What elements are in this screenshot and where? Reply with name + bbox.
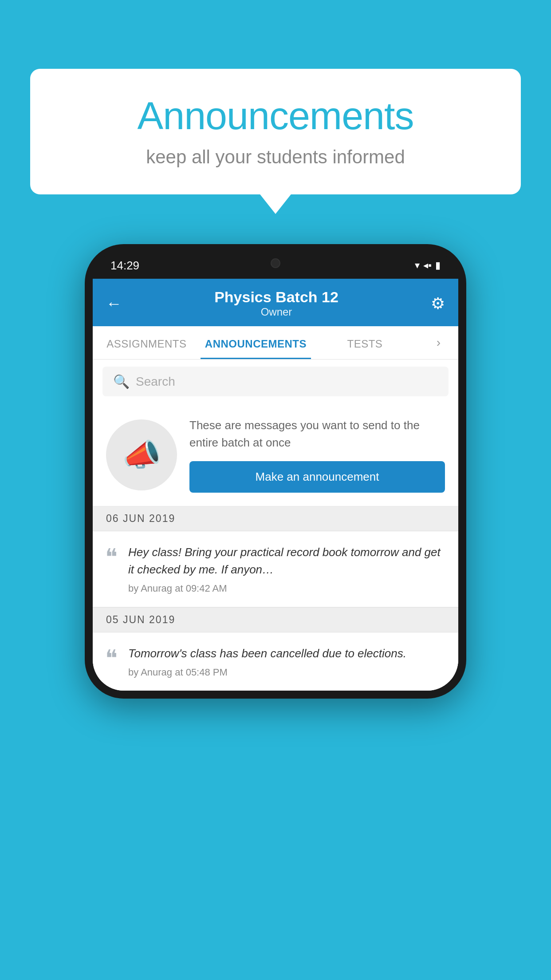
- tabs-bar: ASSIGNMENTS ANNOUNCEMENTS TESTS ›: [93, 326, 458, 360]
- signal-icon: ◂▪: [423, 260, 432, 271]
- header-title: Physics Batch 12: [214, 288, 338, 306]
- announcement-meta-2: by Anurag at 05:48 PM: [128, 667, 446, 678]
- tab-more[interactable]: ›: [419, 326, 458, 359]
- tab-assignments[interactable]: ASSIGNMENTS: [93, 326, 201, 359]
- battery-icon: ▮: [435, 260, 441, 271]
- camera: [271, 258, 280, 268]
- phone-outer: 14:29 ▾ ◂▪ ▮ ← Physics Batch 12 Owner ⚙: [85, 244, 466, 699]
- date-header-1: 06 JUN 2019: [93, 506, 458, 531]
- announcements-subtitle: keep all your students informed: [57, 146, 494, 168]
- phone-screen: ← Physics Batch 12 Owner ⚙ ASSIGNMENTS A…: [93, 279, 458, 691]
- search-bar[interactable]: 🔍 Search: [102, 367, 449, 396]
- announcement-item-2: ❝ Tomorrow's class has been cancelled du…: [93, 632, 458, 691]
- megaphone-circle: 📣: [106, 419, 177, 490]
- announcement-message-1: Hey class! Bring your practical record b…: [128, 544, 446, 578]
- make-announcement-button[interactable]: Make an announcement: [189, 461, 445, 493]
- promo-description: These are messages you want to send to t…: [189, 417, 445, 451]
- search-container: 🔍 Search: [93, 360, 458, 403]
- back-button[interactable]: ←: [106, 294, 122, 313]
- tab-announcements[interactable]: ANNOUNCEMENTS: [201, 326, 311, 359]
- settings-button[interactable]: ⚙: [431, 294, 445, 313]
- tab-tests[interactable]: TESTS: [311, 326, 419, 359]
- quote-icon-1: ❝: [105, 545, 118, 569]
- announcement-promo: 📣 These are messages you want to send to…: [93, 403, 458, 506]
- header-subtitle: Owner: [214, 306, 338, 318]
- announcements-title: Announcements: [57, 93, 494, 138]
- search-icon: 🔍: [113, 374, 130, 389]
- announcement-content-1: Hey class! Bring your practical record b…: [128, 544, 446, 594]
- speech-bubble: Announcements keep all your students inf…: [30, 69, 521, 194]
- promo-right: These are messages you want to send to t…: [189, 417, 445, 493]
- phone-mockup: 14:29 ▾ ◂▪ ▮ ← Physics Batch 12 Owner ⚙: [85, 244, 466, 699]
- search-input[interactable]: Search: [136, 375, 175, 389]
- phone-notch: [231, 252, 320, 274]
- announcement-content-2: Tomorrow's class has been cancelled due …: [128, 645, 446, 678]
- wifi-icon: ▾: [415, 260, 420, 271]
- quote-icon-2: ❝: [105, 647, 118, 670]
- megaphone-icon: 📣: [122, 437, 161, 473]
- announcement-item-1: ❝ Hey class! Bring your practical record…: [93, 531, 458, 607]
- app-header: ← Physics Batch 12 Owner ⚙: [93, 279, 458, 326]
- announcement-message-2: Tomorrow's class has been cancelled due …: [128, 645, 446, 662]
- speech-bubble-section: Announcements keep all your students inf…: [30, 69, 521, 194]
- announcement-meta-1: by Anurag at 09:42 AM: [128, 583, 446, 594]
- status-time: 14:29: [110, 259, 139, 273]
- date-header-2: 05 JUN 2019: [93, 607, 458, 632]
- header-center: Physics Batch 12 Owner: [214, 288, 338, 318]
- status-icons: ▾ ◂▪ ▮: [415, 260, 441, 271]
- status-bar: 14:29 ▾ ◂▪ ▮: [93, 252, 458, 279]
